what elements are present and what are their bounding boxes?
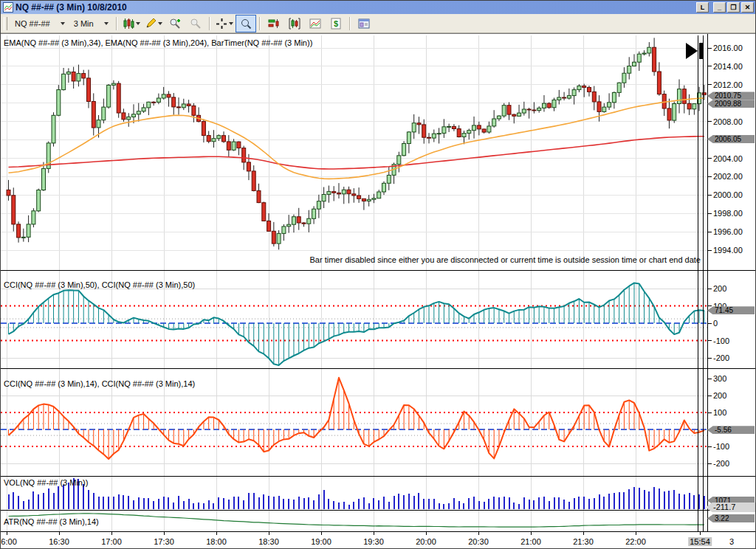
atr-panel-label: ATR(NQ ##-## (3 Min),14): [4, 517, 99, 526]
strategy-dollar-button[interactable]: $: [326, 15, 346, 32]
bar-timer-notice: Bar timer disabled since either you are …: [310, 255, 701, 264]
last-value-badge: -211.7: [706, 503, 756, 512]
chevron-down-icon: [104, 22, 109, 25]
symbol-label: NQ ##-##: [15, 19, 50, 28]
x-axis-tickmark: [164, 532, 165, 535]
chart-window-button[interactable]: [305, 15, 326, 32]
chevron-down-icon: [61, 22, 65, 25]
chart-window-icon: [309, 18, 321, 30]
x-axis-tick: 19:00: [311, 537, 331, 546]
last-value-badge: 2010.75: [707, 92, 755, 100]
zoom-in-icon: [169, 18, 181, 30]
x-axis-tickmark: [269, 532, 269, 535]
toolbar-separator: [259, 17, 261, 30]
close-button[interactable]: ✕: [741, 2, 754, 13]
last-value-badge: 71.45: [707, 306, 755, 314]
analysis-icon: [289, 18, 300, 30]
panel-divider[interactable]: [1, 510, 756, 511]
y-axis-tick: 100: [708, 409, 726, 416]
x-axis-tickmark: [426, 532, 427, 535]
y-axis-tick: -100: [708, 337, 729, 345]
time-axis[interactable]: 16:0016:3017:0017:3018:0018:3019:0019:30…: [1, 531, 756, 549]
y-axis-tick: 2014.00: [708, 63, 743, 70]
cci14-panel-label: CCI(NQ ##-## (3 Min),14), CCI(NQ ##-## (…: [4, 379, 195, 388]
chart-area: EMA(NQ ##-## (3 Min),34), EMA(NQ ##-## (…: [1, 33, 756, 549]
toolbar-grip[interactable]: [4, 17, 7, 30]
x-axis-tickmark: [111, 532, 112, 535]
symbol-combo[interactable]: NQ ##-##: [10, 16, 69, 31]
magnifier-button[interactable]: [236, 15, 256, 32]
volume-panel[interactable]: [1, 476, 707, 510]
y-axis-tick: 2002.00: [708, 173, 743, 180]
y-axis-tick: 2008.00: [708, 118, 743, 125]
minimize-button[interactable]: _: [713, 2, 726, 13]
chart-window: NQ ##-## (3 Min) 10/8/2010 L _ ❐ ✕ NQ ##…: [0, 0, 756, 549]
price-panel[interactable]: [1, 35, 707, 270]
y-axis-tick: 300: [708, 375, 726, 382]
chart-app-icon: [3, 2, 13, 13]
chart-style-button[interactable]: [120, 15, 142, 32]
x-axis-tickmark: [583, 532, 584, 535]
y-axis-tick: 2004.00: [708, 155, 743, 162]
window-title: NQ ##-## (3 Min) 10/8/2010: [16, 2, 127, 13]
atr-panel[interactable]: [1, 510, 707, 531]
format-studies-button[interactable]: [264, 15, 284, 32]
x-axis-tick: 18:30: [258, 537, 279, 546]
x-axis-tick: 20:00: [416, 537, 436, 546]
insert-analysis-button[interactable]: [284, 15, 305, 32]
x-axis-tickmark: [636, 532, 636, 535]
volume-panel-label: VOL(NQ ##-## (3 Min)): [4, 478, 88, 487]
toolbar-separator: [116, 17, 117, 30]
last-value-badge: -5.56: [707, 426, 755, 434]
x-axis-tick: 17:30: [154, 537, 174, 546]
y-axis-tick: 0: [708, 320, 718, 327]
drawing-tools-button[interactable]: [142, 15, 165, 32]
panel-divider[interactable]: [1, 476, 756, 477]
link-window-button[interactable]: L: [696, 2, 709, 13]
toolbar-separator: [349, 17, 351, 30]
chevron-down-icon: [229, 22, 233, 25]
restore-button[interactable]: ❐: [727, 2, 740, 13]
y-axis-tick: 200: [708, 392, 726, 399]
panel-divider[interactable]: [1, 270, 756, 271]
panel-divider[interactable]: [1, 368, 756, 369]
x-axis-tickmark: [59, 532, 60, 535]
zoom-in-button[interactable]: [165, 15, 185, 32]
price-axis-line: [707, 34, 708, 531]
x-axis-tick: 20:30: [468, 537, 489, 546]
x-axis-tick: 19:30: [363, 537, 384, 546]
crosshair-icon: [216, 18, 227, 30]
chevron-down-icon: [158, 22, 162, 25]
crosshair-button[interactable]: [213, 15, 236, 32]
titlebar[interactable]: NQ ##-## (3 Min) 10/8/2010 L _ ❐ ✕: [1, 1, 755, 14]
x-axis-tick: 17:00: [101, 537, 122, 546]
y-axis-tick: 1994.00: [708, 246, 743, 254]
last-value-badge: 2009.88: [707, 100, 755, 108]
y-axis-tick: -200: [708, 460, 729, 467]
zoom-out-icon: [190, 18, 202, 30]
x-axis-tick: 21:30: [573, 537, 594, 546]
x-axis-tick: 18:00: [206, 537, 227, 546]
price-panel-label: EMA(NQ ##-## (3 Min),34), EMA(NQ ##-## (…: [4, 38, 312, 47]
y-axis-tick: 2012.00: [708, 81, 743, 89]
chevron-down-icon: [136, 22, 140, 25]
format-studies-icon: [268, 18, 280, 30]
y-axis-tick: 2016.00: [708, 44, 743, 52]
x-axis-tickmark: [7, 532, 7, 535]
y-axis-tick: -200: [708, 354, 729, 362]
x-axis-tick: 15:54: [688, 537, 712, 546]
report-button[interactable]: [354, 15, 374, 32]
y-axis-tick: 1996.00: [708, 228, 743, 235]
toolbar: NQ ##-## 3 Min $: [1, 14, 755, 33]
y-axis-tick: 1998.00: [708, 210, 743, 217]
interval-combo[interactable]: 3 Min: [69, 16, 113, 31]
y-axis-tick: -100: [708, 443, 729, 450]
pencil-icon: [145, 18, 157, 30]
x-axis-tickmark: [216, 532, 217, 535]
y-axis-tick: 200: [708, 285, 726, 292]
x-axis-tickmark: [374, 532, 374, 535]
x-axis-tick: 16:30: [49, 537, 69, 546]
y-axis-tick: 2000.00: [708, 191, 743, 198]
last-value-badge: 3.22: [707, 514, 755, 522]
x-axis-tickmark: [478, 532, 479, 535]
